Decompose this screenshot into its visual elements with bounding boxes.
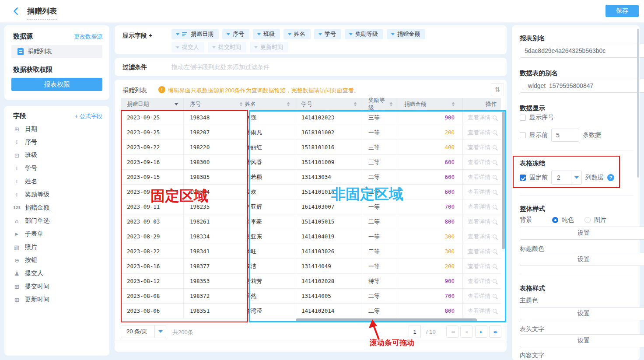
field-item[interactable]: ♟提交人	[13, 267, 105, 280]
show-first-checkbox[interactable]	[520, 132, 526, 138]
background-set-button[interactable]: 设置	[520, 227, 644, 240]
table-card: 捐赠列表 ! 编辑界面只取数据源前200条作为查询数据预览，完整数据请访问页面查…	[115, 80, 507, 352]
cell-serial: 198353	[184, 274, 248, 288]
page-size-select[interactable]: 20 条/页	[121, 325, 166, 338]
field-item[interactable]: ▶子表单	[13, 227, 105, 241]
header-text-set-button[interactable]: 设置	[520, 334, 644, 347]
field-item[interactable]: ⌂部门单选	[13, 214, 105, 227]
field-chip[interactable]: 姓名	[284, 29, 311, 39]
last-page-button[interactable]	[489, 325, 501, 338]
view-detail-link[interactable]: 查看详情	[468, 129, 490, 136]
table-alias-input[interactable]	[520, 79, 644, 93]
view-detail-link[interactable]: 查看详情	[468, 292, 490, 300]
first-page-button[interactable]	[446, 325, 458, 338]
change-datasource-link[interactable]: 更改数据源	[74, 33, 102, 41]
sort-lines-icon	[182, 32, 187, 36]
field-chip[interactable]: 提交时间	[208, 42, 246, 52]
field-chip[interactable]: 班级	[253, 29, 280, 39]
theme-color-set-button[interactable]: 设置	[520, 307, 644, 320]
image-radio[interactable]	[584, 217, 591, 223]
datasource-item[interactable]: 捐赠列表	[11, 45, 102, 58]
column-header[interactable]: 捐赠日期	[121, 98, 184, 110]
report-permission-button[interactable]: 报表权限	[11, 78, 102, 91]
column-header[interactable]: 序号	[184, 98, 248, 110]
cell-amount: 800	[398, 214, 463, 229]
report-alias-input[interactable]	[520, 44, 644, 58]
view-detail-link[interactable]: 查看详情	[468, 143, 490, 151]
magnifier-icon	[493, 264, 497, 268]
field-label: 日期	[25, 125, 37, 133]
next-page-button[interactable]	[475, 325, 487, 338]
freeze-count-select[interactable]: 2	[551, 171, 582, 185]
cell-serial: 198377	[184, 259, 248, 273]
column-header-label: 序号	[190, 101, 201, 108]
field-chip[interactable]: 捐赠日期	[172, 29, 219, 39]
cell-grade: 三等	[362, 155, 398, 169]
column-header[interactable]: 捐赠金额	[398, 98, 463, 110]
field-chip[interactable]: 捐赠金额	[387, 29, 425, 39]
cell-grade: 二等	[362, 214, 398, 229]
field-item[interactable]: ⊖按钮	[13, 254, 105, 267]
view-detail-link[interactable]: 查看详情	[468, 248, 490, 255]
field-chip[interactable]: 序号	[222, 29, 249, 39]
add-formula-field-link[interactable]: + 公式字段	[75, 112, 102, 120]
data-table: 捐赠日期序号姓名学号奖励等级捐赠金额操作 2023-09-25198348肖强1…	[121, 98, 501, 318]
table-row: 2023-08-08198372莘然131414005二等700查看详情	[121, 289, 501, 304]
field-item[interactable]: I姓名	[13, 175, 105, 188]
view-detail-link[interactable]: 查看详情	[468, 233, 490, 241]
page-number-input[interactable]	[409, 325, 421, 338]
view-detail-link[interactable]: 查看详情	[468, 188, 490, 196]
field-label: 按钮	[25, 256, 37, 264]
image-icon: ▧	[13, 244, 21, 251]
field-chip[interactable]: 奖励等级	[345, 29, 383, 39]
cell-grade: 一等	[362, 199, 398, 214]
prev-page-button[interactable]	[460, 325, 472, 338]
cell-grade: 特等	[362, 274, 398, 288]
field-item[interactable]: ⊞日期	[13, 122, 105, 136]
view-detail-link[interactable]: 查看详情	[468, 203, 490, 211]
cell-grade: 三等	[362, 140, 398, 154]
sort-toggle-button[interactable]: ⇅	[491, 83, 504, 96]
chips-row-inactive: 提交人提交时间更新时间	[172, 42, 502, 52]
panel-scrollbar[interactable]	[637, 29, 639, 178]
table-row: 2023-08-12198353唐莉芳1414102028特等900查看详情	[121, 274, 501, 289]
field-chip[interactable]: 更新时间	[250, 42, 288, 52]
field-list: ⊞日期I序号⊡班级I学号I姓名I奖励等级123捐赠金额⌂部门单选▶子表单▧照片⊖…	[13, 122, 105, 306]
title-color-set-button[interactable]: 设置	[520, 253, 644, 266]
view-detail-link[interactable]: 查看详情	[468, 158, 490, 166]
solid-color-radio[interactable]	[552, 217, 558, 223]
field-item[interactable]: I奖励等级	[13, 188, 105, 201]
chevron-down-icon	[154, 325, 166, 338]
vertical-scrollbar[interactable]	[502, 112, 505, 249]
freeze-checkbox[interactable]	[520, 175, 526, 181]
content-text-label: 内容文字	[520, 352, 634, 360]
field-chip[interactable]: 提交人	[172, 42, 204, 52]
cell-student-id: 131414049	[295, 259, 362, 273]
view-detail-link[interactable]: 查看详情	[468, 218, 490, 226]
horizontal-scrollbar[interactable]	[296, 318, 477, 322]
freeze-title: 表格冻结	[520, 159, 634, 168]
field-item[interactable]: I序号	[13, 136, 105, 149]
view-detail-link[interactable]: 查看详情	[468, 307, 490, 315]
view-detail-link[interactable]: 查看详情	[468, 262, 490, 270]
field-item[interactable]: 123捐赠金额	[13, 201, 105, 214]
filter-dropzone[interactable]: 拖动左侧字段到此处来添加过滤条件	[172, 63, 270, 71]
field-item[interactable]: ⊞提交时间	[13, 280, 105, 293]
field-item[interactable]: ⊞更新时间	[13, 293, 105, 306]
show-first-count-input[interactable]	[551, 129, 579, 142]
view-detail-link[interactable]: 查看详情	[468, 114, 490, 122]
column-header[interactable]: 学号	[295, 98, 362, 110]
field-item[interactable]: ▧照片	[13, 241, 105, 254]
cell-name: 刘若颖	[248, 170, 295, 184]
help-icon[interactable]: ?	[607, 174, 614, 181]
view-detail-link[interactable]: 查看详情	[468, 277, 490, 285]
column-header[interactable]: 姓名	[248, 98, 295, 110]
field-item[interactable]: ⊡班级	[13, 149, 105, 162]
show-serial-checkbox[interactable]	[520, 115, 526, 121]
back-icon[interactable]	[11, 7, 21, 16]
column-header[interactable]: 奖励等级	[362, 98, 398, 110]
field-item[interactable]: I学号	[13, 162, 105, 175]
view-detail-link[interactable]: 查看详情	[468, 173, 490, 181]
save-button[interactable]: 保存	[606, 5, 639, 17]
field-chip[interactable]: 学号	[314, 29, 341, 39]
